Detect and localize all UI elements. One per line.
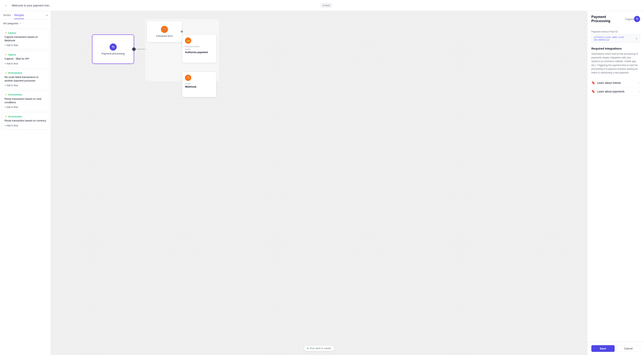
sidebar-tabs: Nodes Recipes ▾ — [0, 11, 51, 20]
pp-connector — [132, 48, 136, 51]
add-to-flow-button[interactable]: + Add to flow — [4, 84, 18, 87]
list-item[interactable]: ⚡ Orchestration Re-route failed transact… — [2, 69, 49, 89]
status-text: Your work is saved — [310, 347, 331, 350]
lightning-icon: ⚡ — [4, 94, 7, 96]
filter-select-label[interactable]: All categories — [3, 22, 18, 25]
app-header: ← Welcome to your payment Inst... 0 runs — [0, 0, 644, 11]
bookmark-icon: 🔖 — [591, 81, 595, 85]
sidebar: Nodes Recipes ▾ All categories ▾ ⚡ Captu… — [0, 11, 51, 355]
copy-icon[interactable]: ⎘ — [636, 37, 638, 40]
lightning-icon: ⚡ — [4, 32, 7, 34]
payment-processing-node[interactable]: Tt Payment processing — [92, 35, 134, 64]
checkout-form-node[interactable]: 🛒 Checkout form — [147, 21, 182, 42]
flow-canvas[interactable]: 🛒 Checkout form Tt Payment processing 💳 … — [51, 11, 587, 355]
avatar: Tt — [634, 16, 640, 22]
status-bar: Your work is saved — [304, 345, 334, 351]
delay-type-label: Action — [185, 83, 213, 85]
bookmark-icon: 🔖 — [591, 90, 595, 93]
payment-action-title: Authorize payment — [185, 51, 213, 54]
delay-node[interactable]: ⏱ Action Webhook — [182, 72, 216, 97]
category-filter[interactable]: All categories ▾ — [0, 20, 51, 28]
recipe-title: Re-route failed transactions to another … — [4, 75, 46, 83]
delay-title: Webhook — [185, 85, 213, 88]
list-item[interactable]: ⚡ Orchestration Route transaction based … — [2, 91, 49, 111]
learn-payments-label: Learn about payments — [597, 90, 624, 93]
filter-chevron-icon: ▾ — [20, 22, 21, 25]
panel-title: Payment Processing — [591, 15, 625, 23]
payment-action-type-label: Action — [185, 48, 213, 50]
recipe-title: Capture transaction based on Webhook — [4, 35, 46, 42]
list-item[interactable]: ⚡ Capture Capture - Wait for API + Add t… — [2, 51, 49, 67]
recipe-list: ⚡ Capture Capture transaction based on W… — [0, 28, 51, 355]
recipe-category: ⚡ Capture — [4, 53, 46, 56]
cancel-button[interactable]: Cancel — [616, 345, 640, 352]
flow-id-box: d3f5697d-be56-4904-b139-b8ce6882b1a2 ⎘ — [591, 34, 640, 43]
integrations-description: Automations which instruct the processin… — [591, 52, 640, 75]
add-to-flow-button[interactable]: + Add to flow — [4, 44, 18, 47]
required-integrations-title: Required Integrations — [591, 47, 640, 50]
recipe-category: ⚡ Capture — [4, 32, 46, 34]
panel-header: Payment Processing Triggers Tt — [588, 11, 644, 27]
status-dot — [307, 348, 308, 349]
chevron-right-icon: › — [639, 82, 640, 84]
lightning-icon: ⚡ — [4, 115, 7, 118]
payment-action-icon: 💳 — [185, 38, 191, 44]
back-button[interactable]: ← — [3, 2, 10, 9]
tab-recipes[interactable]: Recipes — [14, 12, 24, 19]
pp-icon: Tt — [110, 44, 117, 51]
save-button[interactable]: Save — [591, 345, 615, 352]
learn-intents-link[interactable]: 🔖 Learn about Intents › — [591, 79, 640, 87]
recipe-title: Route transaction based on currency — [4, 119, 46, 122]
recipe-title: Capture - Wait for API — [4, 57, 46, 61]
recipe-category: ⚡ Orchestration — [4, 72, 46, 74]
tab-nodes[interactable]: Nodes — [3, 12, 11, 19]
chevron-right-icon: › — [639, 90, 640, 93]
checkout-connector — [180, 30, 184, 33]
pp-label: Payment processing — [102, 52, 125, 55]
delay-icon: ⏱ — [185, 75, 191, 81]
flow-id-value: d3f5697d-be56-4904-b139-b8ce6882b1a2 — [594, 36, 634, 41]
right-panel: Payment Processing Triggers Tt Payment I… — [587, 11, 644, 355]
chevron-down-icon[interactable]: ▾ — [46, 14, 48, 17]
panel-body: Payment Instruct Flow ID: d3f5697d-be56-… — [588, 27, 644, 342]
recipe-category: ⚡ Orchestration — [4, 115, 46, 118]
flow-id-label: Payment Instruct Flow ID: — [591, 30, 640, 33]
recipe-category: ⚡ Orchestration — [4, 94, 46, 96]
lightning-icon: ⚡ — [4, 72, 7, 74]
page-title: Welcome to your payment Inst... — [12, 4, 318, 7]
payment-action-sublabel: Payment action — [185, 45, 213, 48]
payment-action-node[interactable]: 💳 Payment action Action Authorize paymen… — [182, 35, 216, 63]
checkout-label: Checkout form — [156, 35, 173, 38]
lightning-icon: ⚡ — [4, 53, 7, 56]
list-item[interactable]: ⚡ Capture Capture transaction based on W… — [2, 29, 49, 49]
learn-intents-label: Learn about Intents — [597, 81, 621, 85]
panel-footer: Save Cancel — [588, 342, 644, 355]
checkout-icon: 🛒 — [161, 26, 168, 33]
add-to-flow-button[interactable]: + Add to flow — [4, 62, 18, 65]
recipe-title: Route transaction based on card conditio… — [4, 97, 46, 104]
add-to-flow-button[interactable]: + Add to flow — [4, 124, 18, 127]
learn-payments-link[interactable]: 🔖 Learn about payments › — [591, 87, 640, 96]
triggers-link[interactable]: Triggers — [625, 18, 634, 21]
main-layout: Nodes Recipes ▾ All categories ▾ ⚡ Captu… — [0, 11, 644, 355]
list-item[interactable]: ⚡ Orchestration Route transaction based … — [2, 113, 49, 129]
add-to-flow-button[interactable]: + Add to flow — [4, 106, 18, 109]
runs-badge: 0 runs — [320, 3, 332, 8]
